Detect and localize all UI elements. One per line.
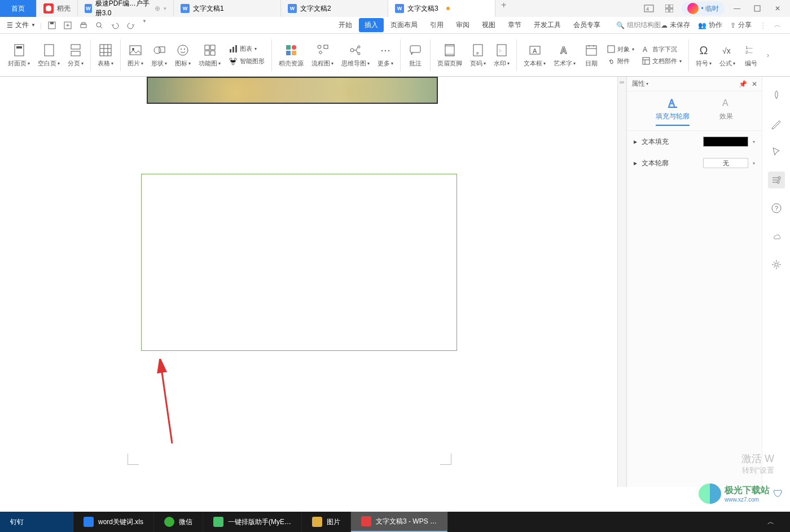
shape-button[interactable]: 形状▾ xyxy=(148,38,170,72)
chart-button[interactable]: 图表▾ xyxy=(225,43,268,55)
collaborate-button[interactable]: 👥协作 xyxy=(698,20,722,30)
taskbar-item-excel[interactable]: word关键词.xls xyxy=(73,512,154,532)
dropdown-icon[interactable]: ▾ xyxy=(164,6,166,11)
tab-doc1[interactable]: W 文字文稿1 xyxy=(174,0,281,17)
dropcap-button[interactable]: A首字下沉 xyxy=(639,44,685,55)
user-badge[interactable]: • 临时 xyxy=(682,2,725,15)
page-number-button[interactable]: #页码▾ xyxy=(467,38,489,72)
people-icon: 👥 xyxy=(698,21,706,29)
icon-button[interactable]: 图标▾ xyxy=(172,38,194,72)
folder-icon xyxy=(312,517,322,527)
search-org-chart[interactable]: 🔍组织结构图 xyxy=(616,18,661,32)
undo-icon[interactable] xyxy=(108,19,122,32)
redo-icon[interactable] xyxy=(124,19,138,32)
inserted-image[interactable] xyxy=(147,77,438,104)
more-button[interactable]: ⋯更多▾ xyxy=(374,38,397,72)
close-button[interactable]: ✕ xyxy=(770,1,785,16)
share-button[interactable]: ⇪分享 xyxy=(730,20,752,30)
flowchart-button[interactable]: 流程图▾ xyxy=(308,38,337,72)
rail-pen-icon[interactable] xyxy=(768,115,785,132)
numbering-button[interactable]: 1—2—编号 xyxy=(740,38,762,72)
tab-insert[interactable]: 插入 xyxy=(359,18,384,32)
print-preview-icon[interactable] xyxy=(93,19,106,32)
properties-panel: 属性▾ 📌 ✕ A 填充与轮廓 A 效果 ▸ 文本填充 ▾ ▸ 文本轮廓 无▾ xyxy=(626,77,762,487)
svg-point-25 xyxy=(184,49,185,50)
tab-doc2[interactable]: W 文字文稿2 xyxy=(281,0,388,17)
tab-vip[interactable]: 会员专享 xyxy=(568,18,606,32)
save-as-icon[interactable] xyxy=(61,19,74,32)
func-chart-button[interactable]: 功能图▾ xyxy=(195,38,224,72)
smart-art-button[interactable]: 智能图形 xyxy=(225,56,268,67)
rail-cloud-icon[interactable] xyxy=(768,228,785,245)
window-mode-icon[interactable]: 4 xyxy=(641,1,657,16)
attachment-button[interactable]: 附件 xyxy=(604,56,638,67)
blank-page-button[interactable]: 空白页▾ xyxy=(34,38,63,72)
collapse-ribbon-icon[interactable]: ︿ xyxy=(774,20,781,30)
tab-reference[interactable]: 引用 xyxy=(424,18,449,32)
cover-page-button[interactable]: 封面页▾ xyxy=(5,38,33,72)
ribbon-overflow-icon[interactable]: › xyxy=(763,51,773,59)
taskbar-show-desktop[interactable]: ︿ xyxy=(767,512,774,532)
apps-grid-icon[interactable] xyxy=(661,1,677,16)
svg-text:A: A xyxy=(560,46,567,55)
watermark-button[interactable]: A水印▾ xyxy=(490,38,513,72)
text-fill-row[interactable]: ▸ 文本填充 ▾ xyxy=(627,131,762,152)
print-icon[interactable] xyxy=(77,19,90,32)
taskbar-item-wps-active[interactable]: 文字文稿3 - WPS … xyxy=(351,512,447,532)
date-button[interactable]: 日期 xyxy=(580,38,603,72)
split-handle-icon[interactable] xyxy=(620,81,624,86)
tab-start[interactable]: 开始 xyxy=(333,18,358,32)
page-margin-corner xyxy=(128,454,139,465)
textbox-button[interactable]: A文本框▾ xyxy=(520,38,549,72)
pin-panel-icon[interactable]: 📌 xyxy=(739,80,747,88)
doke-resource-button[interactable]: 稻壳资源 xyxy=(275,38,307,72)
mindmap-button[interactable]: 思维导图▾ xyxy=(338,38,373,72)
rail-settings-icon[interactable] xyxy=(768,172,785,188)
tab-review[interactable]: 审阅 xyxy=(450,18,475,32)
svg-text:#: # xyxy=(476,51,479,56)
taskbar-item-typeset[interactable]: 一键排版助手(MyE… xyxy=(203,512,302,532)
header-footer-button[interactable]: 页眉页脚 xyxy=(434,38,466,72)
rail-select-icon[interactable] xyxy=(768,143,785,160)
taskbar-item-wechat[interactable]: 微信 xyxy=(154,512,203,532)
file-menu[interactable]: ☰ 文件 ▼ xyxy=(2,20,40,30)
close-panel-icon[interactable]: ✕ xyxy=(752,80,757,88)
tab-chapter[interactable]: 章节 xyxy=(502,18,527,32)
tab-pdf-manual[interactable]: W 极速PDF编…户手册3.0 ⊕ ▾ xyxy=(78,0,174,17)
rail-rocket-icon[interactable] xyxy=(768,87,785,104)
new-tab-button[interactable]: + xyxy=(495,0,512,17)
rail-gear-icon[interactable] xyxy=(768,256,785,273)
tab-doc3-active[interactable]: W 文字文稿3 xyxy=(388,0,495,17)
shield-icon: 🛡 xyxy=(773,488,783,500)
unsaved-indicator[interactable]: ☁未保存 xyxy=(661,20,690,30)
tab-layout[interactable]: 页面布局 xyxy=(385,18,423,32)
symbol-button[interactable]: Ω符号▾ xyxy=(692,38,715,72)
table-button[interactable]: 表格▾ xyxy=(94,38,117,72)
taskbar-item-pictures[interactable]: 图片 xyxy=(302,512,351,532)
tab-docer[interactable]: 稻壳 xyxy=(37,0,78,17)
text-outline-row[interactable]: ▸ 文本轮廓 无▾ xyxy=(627,152,762,174)
taskbar-item-dingtalk[interactable]: 钉钉 xyxy=(0,512,73,532)
qat-dropdown-icon[interactable]: ▼ xyxy=(140,19,149,32)
page-break-button[interactable]: 分页▾ xyxy=(64,38,87,72)
outline-select[interactable]: 无 xyxy=(703,158,748,168)
docparts-button[interactable]: 文档部件▾ xyxy=(639,56,685,67)
selected-shape-rectangle[interactable] xyxy=(141,174,457,351)
maximize-button[interactable] xyxy=(749,1,765,16)
formula-button[interactable]: √x公式▾ xyxy=(716,38,739,72)
tab-view[interactable]: 视图 xyxy=(476,18,501,32)
picture-button[interactable]: 图片▾ xyxy=(124,38,147,72)
panel-tab-effects[interactable]: A 效果 xyxy=(719,96,733,126)
minimize-button[interactable]: — xyxy=(729,1,745,16)
tab-home[interactable]: 首页 xyxy=(0,0,37,17)
fill-color-swatch[interactable] xyxy=(703,137,748,147)
vertical-scrollbar-gutter[interactable] xyxy=(617,77,626,487)
wordart-button[interactable]: A艺术字▾ xyxy=(550,38,579,72)
panel-tab-fill-outline[interactable]: A 填充与轮廓 xyxy=(656,96,690,126)
document-canvas[interactable] xyxy=(0,77,626,487)
save-icon[interactable] xyxy=(45,19,59,32)
tab-devtools[interactable]: 开发工具 xyxy=(528,18,567,32)
comment-button[interactable]: 批注 xyxy=(404,38,427,72)
object-button[interactable]: 对象▾ xyxy=(604,44,638,55)
rail-help-icon[interactable]: ? xyxy=(768,200,785,217)
